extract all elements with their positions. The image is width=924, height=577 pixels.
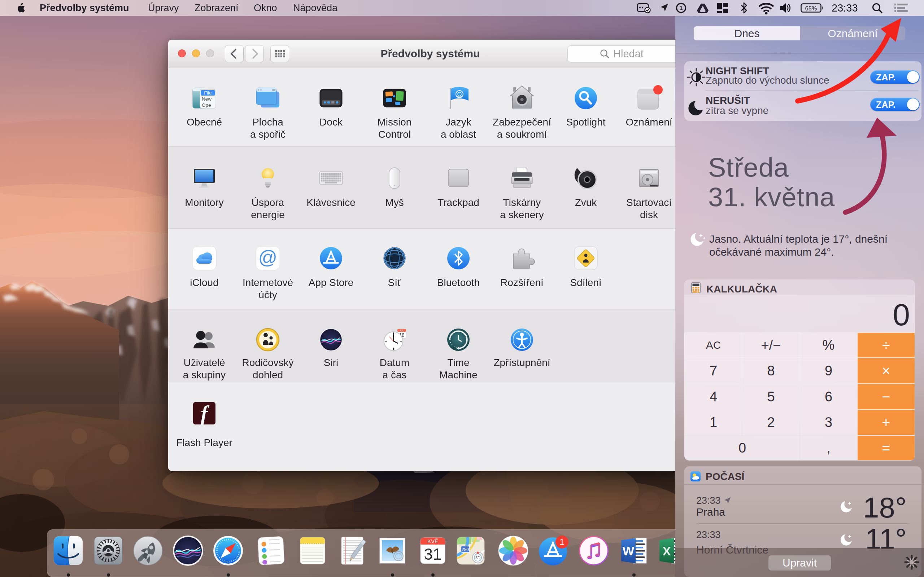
- svg-text:X: X: [663, 544, 671, 558]
- svg-text:65%: 65%: [805, 5, 817, 11]
- svg-text:3D: 3D: [475, 556, 480, 560]
- svg-text:JUL: JUL: [399, 329, 404, 332]
- svg-text:1: 1: [559, 537, 564, 547]
- svg-text:KVĚ: KVĚ: [427, 538, 438, 544]
- svg-text:280: 280: [462, 547, 469, 552]
- svg-text:New: New: [202, 96, 212, 102]
- svg-text:File: File: [204, 90, 212, 95]
- svg-text:W: W: [623, 544, 635, 558]
- svg-text:1: 1: [679, 5, 683, 11]
- svg-text:Ope: Ope: [202, 102, 211, 108]
- svg-text:31: 31: [424, 545, 442, 563]
- svg-text:@: @: [258, 247, 278, 268]
